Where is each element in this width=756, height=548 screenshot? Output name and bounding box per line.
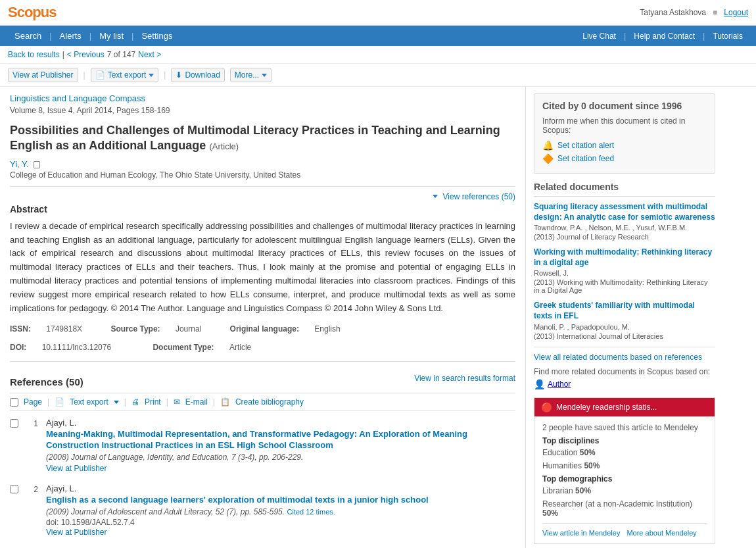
ref-export-icon: 📄 xyxy=(55,397,64,407)
mendeley-saved-text: 2 people have saved this article to Mend… xyxy=(542,423,707,432)
mendeley-link-row: View article in Mendeley More about Mend… xyxy=(542,523,707,537)
breadcrumb: Back to results | < Previous 7 of 147 Ne… xyxy=(0,46,756,64)
alert-row-2: 🔶 Set citation feed xyxy=(542,153,707,164)
ref-2-content: Ajayi, L. English as a second language l… xyxy=(46,484,515,537)
view-references-link[interactable]: View references (50) xyxy=(433,192,516,201)
article-title-text: Possibilities and Challenges of Multimod… xyxy=(10,124,500,152)
ref-page-label: Page xyxy=(24,397,42,407)
more-button[interactable]: More... xyxy=(230,68,272,82)
view-all-related-link[interactable]: View all related documents based on refe… xyxy=(534,347,715,362)
issn-label: ISSN: 1749818X xyxy=(10,324,95,334)
nav-right: Live Chat | Help and Contact | Tutorials xyxy=(577,26,748,46)
cited-title: Cited by 0 document since 1996 xyxy=(542,101,707,111)
ref-2-checkbox[interactable] xyxy=(10,485,18,493)
nav-tutorials[interactable]: Tutorials xyxy=(707,26,748,46)
view-refs-label: View references (50) xyxy=(443,192,516,201)
ref-2-cited-badge: Cited 12 times. xyxy=(287,508,335,516)
ref-2-title-link[interactable]: English as a second language learners' e… xyxy=(46,495,515,506)
ref-1-citation: (2008) Journal of Language, Identity, an… xyxy=(46,453,515,462)
author-link[interactable]: Yi, Y. xyxy=(10,159,29,169)
ref-1-checkbox[interactable] xyxy=(10,419,18,428)
alert-row-1: 🔔 Set citation alert xyxy=(542,140,707,151)
ref-2-citation: (2009) Journal of Adolescent and Adult L… xyxy=(46,507,515,516)
text-export-button[interactable]: 📄 Text export xyxy=(91,68,159,82)
ref-select-all-checkbox[interactable] xyxy=(10,398,18,407)
nav-alerts[interactable]: Alerts xyxy=(53,26,88,46)
view-article-mendeley-link[interactable]: View article in Mendeley xyxy=(542,529,620,537)
divider-1 xyxy=(10,186,515,187)
author-link-row: 👤 Author xyxy=(534,379,715,389)
ref-2-doi: doi: 10.1598/JAAL.52.7.4 xyxy=(46,518,515,527)
orig-lang-value: English xyxy=(314,324,340,334)
mendeley-demo-2: Researcher (at a non-Academic Institutio… xyxy=(542,499,707,518)
author-icon: 👤 xyxy=(534,379,545,389)
ref-email-link[interactable]: E-mail xyxy=(185,397,208,407)
mendeley-demo-1: Librarian 50% xyxy=(542,486,707,495)
nav-sep-2: | xyxy=(88,31,93,41)
breadcrumb-sep-1: | xyxy=(62,50,64,59)
view-publisher-button[interactable]: View at Publisher xyxy=(8,68,78,82)
set-citation-alert-link[interactable]: Set citation alert xyxy=(557,141,614,150)
related-2-link[interactable]: Working with multimodality: Rethinking l… xyxy=(534,247,715,268)
ref-1-publisher-link[interactable]: View at Publisher xyxy=(46,464,107,473)
mendeley-discipline-1: Education 50% xyxy=(542,448,707,457)
ref-bibliography-link[interactable]: Create bibliography xyxy=(235,397,304,407)
source-type-label: Source Type: Journal xyxy=(110,324,214,334)
ref-text-export-link[interactable]: Text export xyxy=(70,397,108,407)
article-type: (Article) xyxy=(209,141,239,151)
ref-print-link[interactable]: Print xyxy=(145,397,161,407)
view-search-format-link[interactable]: View in search results format xyxy=(414,374,515,383)
left-content: Linguistics and Language Compass Volume … xyxy=(0,87,526,548)
more-about-mendeley-link[interactable]: More about Mendeley xyxy=(626,529,696,537)
cited-box: Cited by 0 document since 1996 Inform me… xyxy=(534,93,715,174)
source-type-value: Journal xyxy=(176,324,201,334)
ref-print-icon: 🖨 xyxy=(131,397,139,407)
download-button[interactable]: ⬇ Download xyxy=(171,68,224,82)
doi-label: DOI: 10.1111/lnc3.12076 xyxy=(10,343,124,352)
ref-1-author: Ajayi, L. xyxy=(46,418,515,428)
prev-result-link[interactable]: < Previous xyxy=(67,50,105,59)
related-3-year: (2013) International Journal of Literaci… xyxy=(534,332,715,340)
meta-row-1: ISSN: 1749818X Source Type: Journal Orig… xyxy=(10,324,515,334)
text-export-label: Text export xyxy=(108,70,147,80)
journal-meta: Volume 8, Issue 4, April 2014, Pages 158… xyxy=(10,106,515,115)
journal-title-link[interactable]: Linguistics and Language Compass xyxy=(10,93,145,103)
table-row: 2 Ajayi, L. English as a second language… xyxy=(10,484,515,537)
download-icon: ⬇ xyxy=(176,70,182,80)
ref-2-citation-text: (2009) Journal of Adolescent and Adult L… xyxy=(46,507,285,516)
ref-1-title-link[interactable]: Meaning-Making, Multimodal Representatio… xyxy=(46,429,515,451)
action-sep-1: | xyxy=(83,70,85,80)
nav-sep-1: | xyxy=(48,31,53,41)
affiliation: College of Education and Human Ecology, … xyxy=(10,170,515,180)
list-item: Working with multimodality: Rethinking l… xyxy=(534,247,715,294)
more-arrow xyxy=(262,74,267,77)
ref-email-icon: ✉ xyxy=(174,397,180,407)
ref-1-content: Ajayi, L. Meaning-Making, Multimodal Rep… xyxy=(46,418,515,473)
back-to-results-link[interactable]: Back to results xyxy=(8,50,60,59)
view-refs-row: View references (50) xyxy=(10,192,515,201)
related-1-link[interactable]: Squaring literacy assessment with multim… xyxy=(534,202,715,222)
related-box: Related documents Squaring literacy asse… xyxy=(534,182,715,389)
related-3-authors: Manoli, P. , Papadopoulou, M. xyxy=(534,323,715,331)
orig-lang-label: Original language: English xyxy=(230,324,354,334)
ref-2-author: Ajayi, L. xyxy=(46,484,515,493)
ref-2-publisher-link[interactable]: View at Publisher xyxy=(46,528,107,537)
nav-mylist[interactable]: My list xyxy=(93,26,130,46)
related-3-link[interactable]: Greek students' familiarity with multimo… xyxy=(534,301,715,321)
nav-help[interactable]: Help and Contact xyxy=(628,26,700,46)
mendeley-header: 🔴 Mendeley readership statis... xyxy=(534,398,715,416)
nav-settings[interactable]: Settings xyxy=(135,26,179,46)
user-icon: ■ xyxy=(713,8,717,17)
logout-button[interactable]: Logout xyxy=(724,8,748,17)
next-result-link[interactable]: Next > xyxy=(138,50,161,59)
issn-value: 1749818X xyxy=(46,324,82,334)
right-sidebar: Cited by 0 document since 1996 Inform me… xyxy=(526,87,723,548)
set-citation-feed-link[interactable]: Set citation feed xyxy=(557,154,614,163)
nav-search[interactable]: Search xyxy=(8,26,48,46)
cited-sub: Inform me when this document is cited in… xyxy=(542,116,707,135)
related-author-link[interactable]: Author xyxy=(548,380,571,389)
mendeley-disciplines-label: Top disciplines xyxy=(542,436,707,445)
nav-livechat[interactable]: Live Chat xyxy=(577,26,621,46)
related-2-year: (2013) Working with Multimodality: Rethi… xyxy=(534,278,715,294)
meta-row-2: DOI: 10.1111/lnc3.12076 Document Type: A… xyxy=(10,343,515,352)
